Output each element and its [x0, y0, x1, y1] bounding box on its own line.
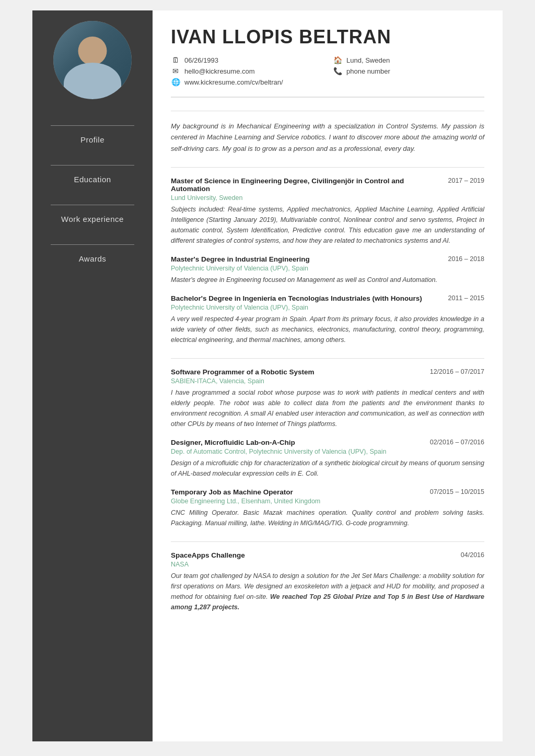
sidebar: Profile Education Work experience Awards — [32, 10, 153, 741]
work-entry-0: Software Programmer of a Robotic System … — [171, 368, 484, 429]
sidebar-section-education: Education — [32, 155, 153, 194]
work-entry-1-header: Designer, Microfluidic Lab-on-A-Chip 02/… — [171, 439, 484, 446]
contact-email: ✉ hello@kickresume.com — [171, 67, 322, 75]
award-entry-0-desc: Our team got challenged by NASA to desig… — [171, 571, 484, 612]
sidebar-label-profile: Profile — [80, 135, 104, 144]
work-entry-0-company: SABIEN-ITACA, Valencia, Spain — [171, 377, 484, 385]
work-entry-1-company: Dep. of Automatic Control, Polytechnic U… — [171, 448, 484, 455]
profile-divider — [171, 111, 484, 111]
work-entry-0-title: Software Programmer of a Robotic System — [171, 368, 430, 376]
education-entry-2-header: Bachelor's Degree in Ingeniería en Tecno… — [171, 294, 484, 302]
location-icon: 🏠 — [333, 56, 342, 64]
dob-value: 06/26/1993 — [184, 56, 218, 64]
contact-website: 🌐 www.kickresume.com/cv/beltran/ — [171, 78, 322, 86]
work-entry-0-date: 12/2016 – 07/2017 — [430, 368, 484, 375]
award-entry-0-header: SpaceApps Challenge 04/2016 — [171, 551, 484, 559]
phone-value: phone number — [346, 67, 390, 75]
phone-icon: 📞 — [333, 67, 342, 75]
work-entry-0-header: Software Programmer of a Robotic System … — [171, 368, 484, 376]
resume-container: Profile Education Work experience Awards… — [32, 10, 503, 741]
education-entry-2-date: 2011 – 2015 — [448, 294, 484, 302]
awards-section: SpaceApps Challenge 04/2016 NASA Our tea… — [171, 541, 484, 612]
candidate-name: IVAN LLOPIS BELTRAN — [171, 26, 484, 48]
education-entry-0-desc: Subjects included: Real-time systems, Ap… — [171, 204, 484, 246]
education-entry-2: Bachelor's Degree in Ingeniería en Tecno… — [171, 294, 484, 345]
education-entry-0-date: 2017 – 2019 — [448, 177, 484, 184]
work-entry-2-title: Temporary Job as Machine Operator — [171, 488, 430, 496]
sidebar-section-work: Work experience — [32, 194, 153, 234]
sidebar-section-awards: Awards — [32, 234, 153, 274]
location-value: Lund, Sweden — [346, 56, 390, 64]
avatar-image — [53, 21, 132, 99]
contact-location: 🏠 Lund, Sweden — [333, 56, 484, 64]
contact-dob: 🗓 06/26/1993 — [171, 56, 322, 64]
award-entry-0-org: NASA — [171, 561, 484, 568]
email-icon: ✉ — [171, 67, 180, 75]
awards-divider — [171, 541, 484, 542]
education-divider — [171, 167, 484, 168]
award-entry-0-title: SpaceApps Challenge — [171, 551, 461, 559]
education-entry-0-title: Master of Science in Engineering Degree,… — [171, 177, 448, 193]
sidebar-section-profile: Profile — [32, 115, 153, 155]
education-entry-1-title: Master's Degree in Industrial Engineerin… — [171, 255, 448, 263]
calendar-icon: 🗓 — [171, 56, 180, 64]
work-entry-1-desc: Design of a microfluidic chip for charac… — [171, 458, 484, 479]
profile-section: My background is in Mechanical Engineeri… — [171, 111, 484, 154]
education-entry-0-institution: Lund University, Sweden — [171, 194, 484, 202]
profile-text: My background is in Mechanical Engineeri… — [171, 121, 484, 154]
sidebar-label-education: Education — [74, 175, 111, 184]
work-divider — [171, 358, 484, 359]
education-entry-2-title: Bachelor's Degree in Ingeniería en Tecno… — [171, 294, 448, 302]
education-entry-1-institution: Polytechnic University of Valencia (UPV)… — [171, 265, 484, 272]
award-entry-0-date: 04/2016 — [461, 551, 484, 559]
education-entry-1-header: Master's Degree in Industrial Engineerin… — [171, 255, 484, 263]
education-entry-1: Master's Degree in Industrial Engineerin… — [171, 255, 484, 285]
work-entry-2-desc: CNC Milling Operator. Basic Mazak machin… — [171, 507, 484, 528]
work-entry-2-date: 07/2015 – 10/2015 — [430, 488, 484, 495]
work-entry-2-company: Globe Engineering Ltd., Elsenham, United… — [171, 498, 484, 505]
sidebar-label-awards: Awards — [79, 254, 107, 263]
contact-grid: 🗓 06/26/1993 🏠 Lund, Sweden ✉ hello@kick… — [171, 56, 484, 86]
education-entry-1-date: 2016 – 2018 — [448, 255, 484, 263]
education-entry-2-desc: A very well respected 4-year program in … — [171, 314, 484, 345]
email-value: hello@kickresume.com — [184, 67, 255, 75]
work-entry-2-header: Temporary Job as Machine Operator 07/201… — [171, 488, 484, 496]
contact-phone: 📞 phone number — [333, 67, 484, 75]
web-icon: 🌐 — [171, 78, 180, 86]
work-entry-1-date: 02/2016 – 07/2016 — [430, 439, 484, 446]
work-section: Software Programmer of a Robotic System … — [171, 358, 484, 528]
avatar — [53, 21, 132, 99]
main-content: IVAN LLOPIS BELTRAN 🗓 06/26/1993 🏠 Lund,… — [153, 10, 503, 741]
education-entry-1-desc: Master's degree in Engineering focused o… — [171, 275, 484, 285]
award-entry-0: SpaceApps Challenge 04/2016 NASA Our tea… — [171, 551, 484, 612]
work-entry-0-desc: I have programmed a social robot whose p… — [171, 387, 484, 429]
work-entry-1: Designer, Microfluidic Lab-on-A-Chip 02/… — [171, 439, 484, 479]
education-section: Master of Science in Engineering Degree,… — [171, 167, 484, 345]
education-entry-2-institution: Polytechnic University of Valencia (UPV)… — [171, 304, 484, 311]
education-entry-0-header: Master of Science in Engineering Degree,… — [171, 177, 484, 193]
education-entry-0: Master of Science in Engineering Degree,… — [171, 177, 484, 246]
website-value: www.kickresume.com/cv/beltran/ — [184, 78, 283, 86]
work-entry-1-title: Designer, Microfluidic Lab-on-A-Chip — [171, 439, 430, 446]
sidebar-label-work: Work experience — [61, 215, 124, 223]
work-entry-2: Temporary Job as Machine Operator 07/201… — [171, 488, 484, 528]
header: IVAN LLOPIS BELTRAN 🗓 06/26/1993 🏠 Lund,… — [171, 26, 484, 98]
